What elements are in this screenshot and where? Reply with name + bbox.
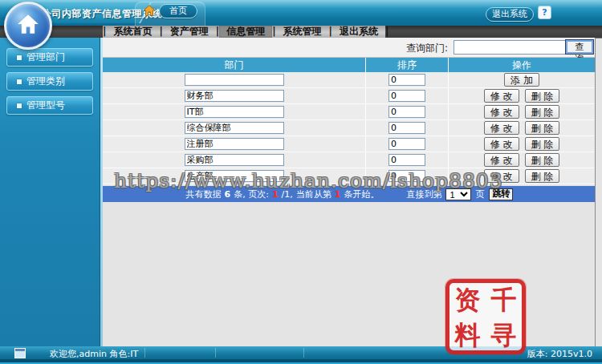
nav-separator: |: [385, 26, 388, 38]
table-row: 修 改删 除: [103, 152, 595, 168]
table-row: 修 改删 除: [103, 104, 595, 120]
modify-button[interactable]: 修 改: [484, 153, 519, 167]
seal-char: 千: [486, 283, 522, 318]
house-icon: [17, 14, 39, 34]
nav-item-logout[interactable]: 退出系统: [332, 26, 385, 38]
sidebar-item-label: 管理部门: [26, 49, 65, 66]
table-add-row: 添 加: [103, 72, 595, 88]
sidebar-item-label: 管理型号: [26, 97, 65, 114]
modify-button[interactable]: 修 改: [484, 137, 519, 151]
table-row: 修 改删 除: [103, 136, 595, 152]
table-header-row: 部门 排序 操作: [103, 58, 595, 72]
seal-char: 寻: [486, 318, 522, 354]
square-bullet-icon: [17, 55, 22, 60]
help-icon[interactable]: ?: [538, 6, 551, 19]
add-button[interactable]: 添 加: [504, 73, 539, 87]
red-seal-watermark: 资 千 料 寻: [445, 279, 526, 354]
column-header-operation: 操作: [448, 58, 595, 72]
modify-button[interactable]: 修 改: [484, 89, 519, 103]
app-window: 公司内部资产信息管理系统 首页 退出系统 ? | 系统首页 | 资产管理 | 信…: [0, 0, 602, 364]
department-input[interactable]: [185, 122, 284, 134]
footer-divider: [215, 348, 216, 358]
sidebar-item-label: 管理类别: [26, 73, 65, 90]
seal-char: 资: [449, 283, 486, 318]
delete-button[interactable]: 删 除: [525, 153, 560, 167]
footer-divider: [144, 348, 145, 358]
new-department-input[interactable]: [185, 74, 284, 86]
query-department-input[interactable]: [454, 40, 571, 55]
table-row: 修 改删 除: [103, 88, 595, 104]
welcome-text: 欢迎您,admin 角色:IT: [50, 348, 138, 360]
footer-divider: [303, 348, 304, 358]
nav-item-info-mgmt[interactable]: 信息管理: [219, 26, 272, 38]
sidebar-item-manage-model[interactable]: 管理型号: [6, 96, 93, 115]
sort-input[interactable]: [388, 138, 425, 150]
home-tab[interactable]: 首页: [159, 4, 197, 18]
column-header-sort: 排序: [365, 58, 448, 72]
query-toolbar: 查询部门: 查 询: [103, 38, 595, 58]
department-input[interactable]: [185, 138, 284, 150]
content-right-border: [595, 38, 596, 346]
delete-button[interactable]: 删 除: [525, 89, 560, 103]
square-bullet-icon: [17, 103, 22, 108]
nav-item-asset-mgmt[interactable]: 资产管理: [163, 26, 216, 38]
logout-button[interactable]: 退出系统: [486, 7, 534, 22]
sort-input[interactable]: [388, 122, 425, 134]
table-row: 修 改删 除: [103, 120, 595, 136]
department-table: 添 加 修 改删 除 修 改删 除 修 改删 除 修 改删 除 修 改删 除: [103, 72, 595, 184]
sort-input[interactable]: [388, 106, 425, 118]
main-nav-bar: | 系统首页 | 资产管理 | 信息管理 | 系统管理 | 退出系统 |: [0, 26, 602, 38]
seal-char: 料: [449, 318, 486, 354]
version-text: 版本: 2015v1.0: [527, 348, 592, 360]
delete-button[interactable]: 删 除: [525, 137, 560, 151]
modify-button[interactable]: 修 改: [484, 105, 519, 119]
nav-item-system-mgmt[interactable]: 系统管理: [276, 26, 329, 38]
url-watermark: https://www.huzhan.com/ishop8803: [114, 169, 503, 192]
app-logo: [4, 2, 52, 50]
nav-strip: | 系统首页 | 资产管理 | 信息管理 | 系统管理 | 退出系统 |: [103, 26, 385, 38]
query-department-label: 查询部门:: [360, 42, 448, 55]
home-icon: [143, 5, 156, 16]
delete-button[interactable]: 删 除: [525, 105, 560, 119]
sort-input[interactable]: [388, 154, 425, 166]
sidebar-item-manage-category[interactable]: 管理类别: [6, 72, 93, 91]
new-sort-input[interactable]: [388, 74, 425, 86]
delete-button[interactable]: 删 除: [525, 169, 560, 183]
department-input[interactable]: [185, 154, 284, 166]
delete-button[interactable]: 删 除: [525, 121, 560, 135]
query-button[interactable]: 查 询: [565, 39, 594, 55]
window-icon: [14, 348, 26, 358]
modify-button[interactable]: 修 改: [484, 121, 519, 135]
department-input[interactable]: [185, 90, 284, 102]
nav-item-system-home[interactable]: 系统首页: [106, 26, 159, 38]
column-header-department: 部门: [103, 58, 365, 72]
sidebar-item-manage-department[interactable]: 管理部门: [6, 48, 93, 67]
sort-input[interactable]: [388, 90, 425, 102]
department-input[interactable]: [185, 106, 284, 118]
square-bullet-icon: [17, 79, 22, 84]
